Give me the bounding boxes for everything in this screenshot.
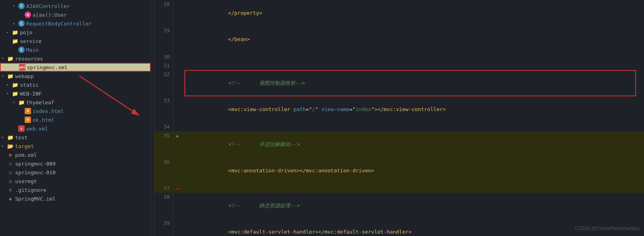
tree-item-service[interactable]: 📁 service [0, 37, 151, 45]
tree-arrow [2, 135, 6, 140]
line-gutter [173, 70, 181, 96]
tree-item-requestbody[interactable]: C RequestBodyController [0, 19, 151, 28]
item-label: ok.html [33, 117, 54, 123]
line-content: <!-- 视图控制器映射--> [181, 70, 644, 96]
line-content [181, 61, 644, 70]
code-line-29: 29 </bean> [154, 26, 644, 53]
folder-icon: 📁 [12, 29, 18, 35]
line-number: 39 [154, 219, 173, 236]
tree-item-static[interactable]: 📁 static [0, 80, 151, 89]
tree-arrow [2, 56, 6, 61]
line-number: 34 [154, 123, 173, 131]
item-label: webapp [15, 73, 34, 79]
tree-item-usermgt[interactable]: ◫ usermgt [0, 177, 151, 185]
code-line-37: 37 → [154, 184, 644, 193]
line-content: <mvc:annotation-driven></mvc:annotation-… [181, 158, 644, 184]
tree-item-pojo[interactable]: 📁 pojo [0, 28, 151, 37]
xml-icon: xml [19, 64, 25, 70]
tree-item-ajaxcontroller[interactable]: C AJAXController [0, 2, 151, 10]
line-content: </property> [181, 0, 644, 26]
item-label: test [15, 135, 27, 140]
line-number: 29 [154, 26, 173, 53]
tree-item-index-html[interactable]: H index.html [0, 107, 151, 115]
iml-icon: ◉ [7, 195, 14, 202]
code-line-33: 33 <mvc:view-controller path="/" view-na… [154, 96, 644, 123]
line-gutter [173, 0, 181, 26]
item-label: target [15, 143, 34, 149]
item-label: WEB-INF [20, 91, 42, 97]
folder-icon: 📁 [18, 99, 25, 105]
line-gutter [173, 96, 181, 123]
tree-arrow [2, 74, 6, 78]
line-number: 35 [154, 131, 173, 158]
code-line-39: 39 <mvc:default-servlet-handler></mvc:de… [154, 219, 644, 236]
tree-item-ajax-method[interactable]: m ajax():User [0, 10, 151, 19]
tree-arrow [13, 4, 17, 8]
tree-item-gitignore[interactable]: ⚙ .gitignore [0, 185, 151, 194]
line-gutter [173, 61, 181, 70]
tree-arrow [6, 30, 11, 35]
folder-icon: 📂 [7, 143, 14, 149]
line-number: 37 [154, 184, 173, 193]
pom-icon: m [7, 152, 14, 158]
tree-item-main[interactable]: C Main [0, 45, 151, 54]
item-label: usermgt [15, 178, 37, 184]
module-icon: ◫ [7, 160, 14, 167]
tree-item-target[interactable]: 📂 target [0, 142, 151, 150]
module-icon: ◫ [7, 169, 14, 176]
sidebar-scrollbar[interactable] [151, 0, 154, 236]
tree-arrow [13, 100, 17, 105]
code-line-30: 30 [154, 53, 644, 61]
code-line-35: 35 ▲ <!-- 开启注解驱动--> [154, 131, 644, 158]
code-lines: 28 </property> 29 </bean> 30 [154, 0, 644, 236]
tree-item-springmvc-010[interactable]: ◫ springmvc-010 [0, 168, 151, 177]
tree-item-resources[interactable]: 📁 resources [0, 54, 151, 63]
class-icon: C [18, 3, 25, 9]
class-icon: C [18, 47, 25, 53]
tree-arrow [6, 91, 11, 96]
line-number: 28 [154, 0, 173, 26]
line-number: 36 [154, 158, 173, 184]
html-icon: H [25, 117, 31, 123]
folder-icon: 📁 [12, 90, 18, 97]
line-content [181, 184, 644, 193]
module-icon: ◫ [7, 178, 14, 184]
tree-item-springmvc-009[interactable]: ◫ springmvc-009 [0, 159, 151, 168]
code-line-38: 38 <!-- 静态资源处理--> [154, 193, 644, 219]
tree-item-webinf[interactable]: 📁 WEB-INF [0, 89, 151, 98]
tree-item-webapp[interactable]: 📁 webapp [0, 72, 151, 80]
item-label: springmvc.xml [27, 64, 68, 70]
method-icon: m [25, 12, 31, 18]
code-line-34: 34 [154, 123, 644, 131]
item-label: springmvc-009 [15, 161, 56, 167]
line-gutter: ▲ [173, 131, 181, 158]
tree-item-springmvc-iml[interactable]: ◉ SpringMVC.iml [0, 194, 151, 203]
file-tree-panel: C AJAXController m ajax():User C Request… [0, 0, 151, 236]
item-label: service [20, 38, 42, 44]
folder-icon: 📁 [7, 134, 14, 140]
line-content: <!-- 静态资源处理--> [181, 193, 644, 219]
item-label: static [20, 82, 39, 88]
tree-arrow [13, 21, 17, 26]
tree-item-thymeleaf[interactable]: 📁 thymeleaf [0, 98, 151, 107]
line-content: <mvc:view-controller path="/" view-name=… [181, 96, 644, 123]
item-label: springmvc-010 [15, 170, 56, 176]
folder-icon: 📁 [7, 73, 14, 79]
line-gutter [173, 193, 181, 219]
item-label: resources [15, 56, 43, 62]
tree-item-springmvc-xml[interactable]: xml springmvc.xml [0, 63, 151, 72]
code-line-31: 31 [154, 61, 644, 70]
item-label: AJAXController [26, 3, 70, 9]
tree-item-pom-xml[interactable]: m pom.xml [0, 150, 151, 159]
line-gutter [173, 219, 181, 236]
tree-arrow [6, 82, 11, 87]
item-label: pom.xml [15, 152, 37, 158]
main-container: C AJAXController m ajax():User C Request… [0, 0, 644, 236]
tree-item-web-xml[interactable]: x web.xml [0, 124, 151, 133]
item-label: index.html [33, 108, 64, 114]
code-line-36: 36 <mvc:annotation-driven></mvc:annotati… [154, 158, 644, 184]
html-icon: H [25, 108, 31, 114]
tree-item-ok-html[interactable]: H ok.html [0, 115, 151, 124]
item-label: RequestBodyController [26, 21, 91, 27]
tree-item-test[interactable]: 📁 test [0, 133, 151, 142]
